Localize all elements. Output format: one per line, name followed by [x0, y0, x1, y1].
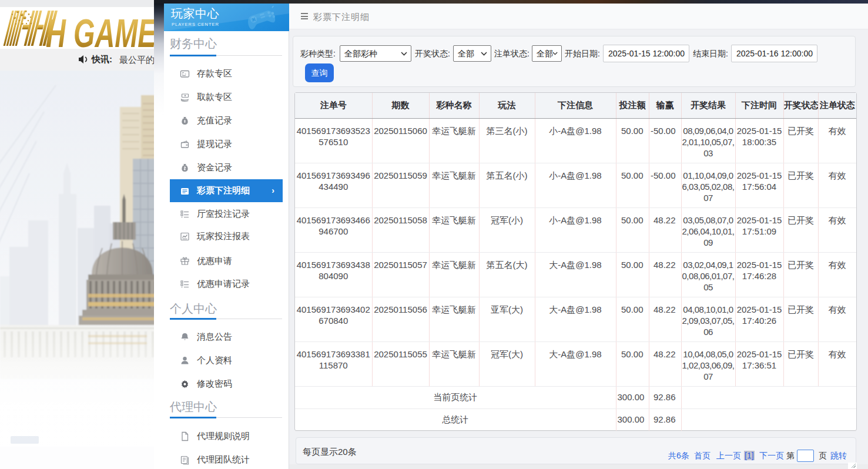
svg-text:H GAME: H GAME [46, 11, 157, 49]
